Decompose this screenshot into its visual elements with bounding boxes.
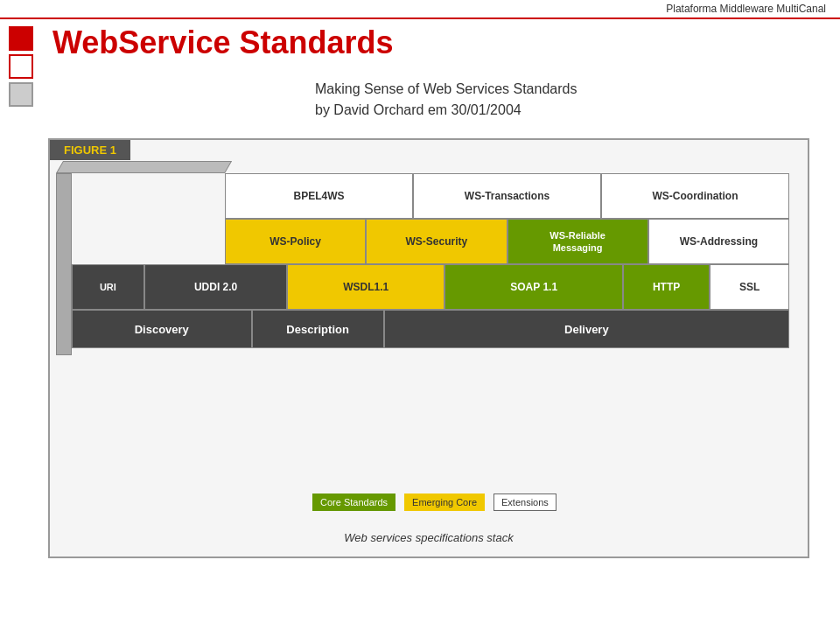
- side-block-left: [56, 173, 72, 355]
- cell-description: Description: [252, 310, 384, 348]
- deco-box-3: [9, 82, 33, 107]
- legend-extensions-label: Extensions: [501, 497, 549, 508]
- cell-ws-coordination: WS-Coordination: [601, 173, 789, 219]
- cell-ws-reliable: WS-ReliableMessaging: [508, 219, 648, 264]
- legend-core-standards: Core Standards: [312, 494, 396, 511]
- legend-core-label: Core Standards: [320, 497, 388, 508]
- side-block-top: [56, 161, 232, 173]
- figure-label: FIGURE 1: [50, 140, 130, 160]
- legend-emerging-label: Emerging Core: [412, 497, 477, 508]
- row-core: URI UDDI 2.0 WSDL1.1 SOAP 1.1 HTTP SSL: [72, 264, 789, 310]
- cell-uddi: UDDI 2.0: [144, 264, 288, 310]
- cell-delivery: Delivery: [384, 310, 789, 348]
- deco-box-2: [9, 54, 33, 79]
- page-title: WebService Standards: [52, 24, 394, 61]
- row-extensions: BPEL4WS WS-Transactions WS-Coordination: [225, 173, 789, 219]
- row-quality: WS-Policy WS-Security WS-ReliableMessagi…: [225, 219, 789, 264]
- deco-box-1: [9, 26, 33, 51]
- subtitle: Making Sense of Web Services Standards b…: [315, 79, 577, 121]
- left-decorations: [9, 26, 33, 107]
- cell-discovery: Discovery: [72, 310, 252, 348]
- stack-diagram: BPEL4WS WS-Transactions WS-Coordination …: [72, 173, 789, 364]
- cell-ws-addressing: WS-Addressing: [648, 219, 789, 264]
- cell-ws-security: WS-Security: [366, 219, 507, 264]
- cell-ws-policy: WS-Policy: [225, 219, 366, 264]
- cell-uri: URI: [72, 264, 144, 310]
- cell-http: HTTP: [623, 264, 710, 310]
- cell-ws-transactions: WS-Transactions: [413, 173, 601, 219]
- cell-wsdl: WSDL1.1: [287, 264, 444, 310]
- legend: Core Standards Emerging Core Extensions: [312, 494, 556, 511]
- figure-container: FIGURE 1 BPEL4WS WS-Transactions WS-Coor…: [48, 138, 809, 558]
- cell-ssl: SSL: [710, 264, 789, 310]
- row-labels: Discovery Description Delivery: [72, 310, 789, 348]
- header-title: Plataforma Middleware MultiCanal: [666, 3, 826, 15]
- legend-emerging-core: Emerging Core: [404, 494, 485, 511]
- subtitle-line1: Making Sense of Web Services Standards: [315, 79, 577, 100]
- cell-bpel4ws: BPEL4WS: [225, 173, 413, 219]
- cell-soap: SOAP 1.1: [444, 264, 623, 310]
- legend-extensions: Extensions: [494, 494, 556, 511]
- subtitle-line2: by David Orchard em 30/01/2004: [315, 100, 577, 121]
- header-bar: Plataforma Middleware MultiCanal: [0, 0, 840, 19]
- figure-caption: Web services specifications stack: [50, 531, 808, 544]
